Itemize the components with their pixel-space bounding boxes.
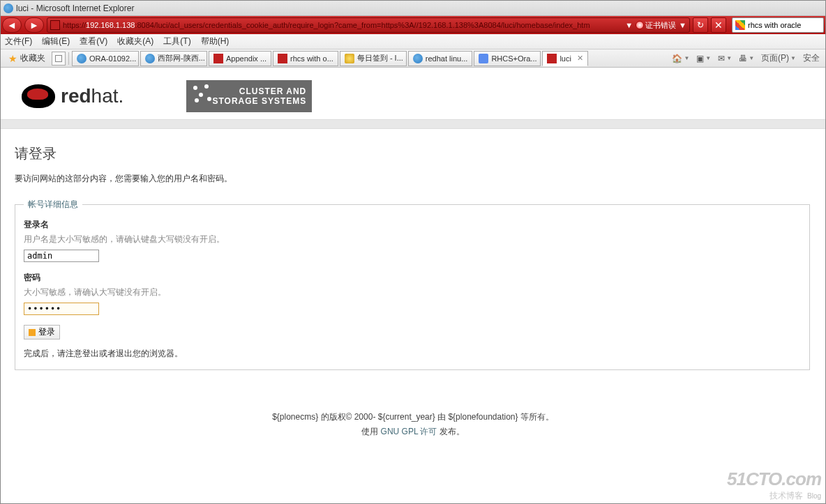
forward-button[interactable]: ► (24, 17, 44, 33)
ie-icon (77, 54, 87, 63)
cluster-line2: STORAGE SYSTEMS (212, 96, 306, 106)
favorites-pane-button[interactable] (52, 52, 66, 66)
back-button[interactable]: ◄ (2, 17, 22, 33)
fieldset-legend: 帐号详细信息 (24, 199, 82, 211)
page-menu-label: 页面(P) (761, 52, 789, 64)
page-menu[interactable]: 页面(P)▼ (758, 52, 799, 66)
tab-label: rhcs with o... (290, 54, 333, 63)
url-scheme: https:// (63, 21, 86, 29)
redhat-hat-icon (22, 84, 55, 108)
refresh-button[interactable]: ↻ (693, 17, 708, 33)
login-button-icon (29, 329, 36, 336)
menu-tools[interactable]: 工具(T) (163, 36, 190, 47)
redhat-wordmark: redhat. (61, 85, 123, 107)
browser-navbar: ◄ ► https:// 192.168.1.138 :8084/luci/ac… (1, 16, 825, 34)
cert-dropdown-icon[interactable]: ▼ (679, 21, 686, 29)
safety-menu[interactable]: 安全 (800, 52, 823, 66)
window-titlebar: luci - Microsoft Internet Explorer (1, 1, 825, 16)
print-button[interactable]: 🖶▼ (736, 52, 757, 66)
ie-icon (413, 54, 423, 63)
login-heading: 请登录 (15, 144, 811, 163)
password-input[interactable] (24, 303, 99, 315)
favorites-button[interactable]: ★ 收藏夹 (3, 52, 50, 66)
tab-rhcs[interactable]: rhcs with o... (273, 51, 338, 66)
paw-icon (479, 54, 488, 63)
header-divider (1, 119, 825, 129)
tab-rhcsora[interactable]: RHCS+Ora... (474, 51, 541, 66)
tab-label: luci (560, 54, 571, 63)
trophy-icon (345, 54, 354, 63)
address-dropdown-icon[interactable]: ▼ (625, 21, 633, 29)
tab-label: ORA-01092... (89, 54, 136, 63)
username-block: 登录名 用户名是大小写敏感的，请确认键盘大写锁没有开启。 (24, 219, 801, 262)
window-title: luci - Microsoft Internet Explorer (16, 3, 134, 13)
gpl-link[interactable]: GNU GPL 许可 (381, 427, 437, 436)
footer-license-pre: 使用 (361, 427, 380, 436)
url-host: 192.168.1.138 (86, 21, 135, 29)
search-box[interactable] (732, 17, 824, 33)
separator (68, 52, 69, 65)
favorites-bar: ★ 收藏夹 ORA-01092... 西部网-陕西... Appendix ..… (1, 49, 825, 68)
cert-error-icon (636, 21, 644, 29)
footer-copyright: ${plonecms} 的版权© 2000- ${current_year} 由… (1, 411, 825, 423)
page-footer: ${plonecms} 的版权© 2000- ${current_year} 由… (1, 411, 825, 438)
username-label: 登录名 (24, 219, 801, 231)
header-logo-row: redhat. CLUSTER AND STORAGE SYSTEMS (1, 68, 825, 112)
redhat-logo: redhat. (22, 80, 123, 112)
feeds-button[interactable]: ▣▼ (693, 52, 714, 66)
tab-daily[interactable]: 每日签到 - I... (340, 51, 407, 66)
search-input[interactable] (748, 21, 818, 29)
watermark-blog: Blog (807, 492, 821, 500)
footer-license-post: 发布。 (437, 427, 464, 436)
tab-luci[interactable]: luci✕ (542, 51, 588, 66)
watermark-sub: 技术博客 (769, 491, 803, 501)
favorites-label: 收藏夹 (20, 52, 45, 64)
stop-button[interactable]: ✕ (711, 17, 726, 33)
cert-error-label[interactable]: 证书错误 (645, 20, 676, 31)
tab-label: RHCS+Ora... (491, 54, 536, 63)
close-tab-icon[interactable]: ✕ (574, 54, 583, 63)
home-button[interactable]: 🏠▼ (669, 52, 692, 66)
password-help: 大小写敏感，请确认大写键没有开启。 (24, 287, 801, 298)
cluster-line1: CLUSTER AND (239, 86, 307, 96)
safety-menu-label: 安全 (803, 52, 820, 64)
username-input[interactable] (24, 250, 99, 262)
footer-license: 使用 GNU GPL 许可 发布。 (1, 426, 825, 438)
password-block: 密码 大小写敏感，请确认大写键没有开启。 (24, 272, 801, 315)
login-after-note: 完成后，请注意登出或者退出您的浏览器。 (24, 348, 801, 360)
menu-help[interactable]: 帮助(H) (201, 36, 230, 47)
redhat-icon (278, 54, 287, 63)
cluster-dots-icon (192, 84, 213, 105)
star-icon: ★ (8, 53, 17, 64)
cluster-systems-banner: CLUSTER AND STORAGE SYSTEMS (186, 80, 312, 112)
tab-west[interactable]: 西部网-陕西... (140, 51, 207, 66)
menu-bar: 文件(F) 编辑(E) 查看(V) 收藏夹(A) 工具(T) 帮助(H) (1, 34, 825, 49)
password-label: 密码 (24, 272, 801, 284)
watermark-brand: 51CTO.com (727, 468, 821, 490)
login-button[interactable]: 登录 (24, 325, 60, 339)
watermark: 51CTO.com 技术博客Blog (727, 468, 821, 502)
menu-favorites[interactable]: 收藏夹(A) (117, 36, 153, 47)
menu-file[interactable]: 文件(F) (5, 36, 32, 47)
tab-appendix[interactable]: Appendix ... (209, 51, 271, 66)
mail-button[interactable]: ✉▼ (715, 52, 735, 66)
redhat-icon (213, 54, 223, 63)
login-fieldset: 帐号详细信息 登录名 用户名是大小写敏感的，请确认键盘大写锁没有开启。 密码 大… (15, 199, 810, 370)
page-body: redhat. CLUSTER AND STORAGE SYSTEMS 请登录 … (1, 68, 825, 394)
tab-label: 西部网-陕西... (158, 53, 205, 63)
menu-edit[interactable]: 编辑(E) (42, 36, 70, 47)
url-path: :8084/luci/acl_users/credentials_cookie_… (135, 21, 590, 29)
login-content: 请登录 要访问网站的这部分内容，您需要输入您的用户名和密码。 帐号详细信息 登录… (1, 129, 825, 394)
tab-label: Appendix ... (226, 54, 266, 63)
username-help: 用户名是大小写敏感的，请确认键盘大写锁没有开启。 (24, 234, 801, 245)
ie-icon (145, 54, 155, 63)
address-bar[interactable]: https:// 192.168.1.138 :8084/luci/acl_us… (47, 17, 690, 33)
toolbar-right: 🏠▼ ▣▼ ✉▼ 🖶▼ 页面(P)▼ 安全 (669, 52, 823, 66)
tab-redhatlinux[interactable]: redhat linu... (408, 51, 473, 66)
tab-ora[interactable]: ORA-01092... (72, 51, 139, 66)
login-subtitle: 要访问网站的这部分内容，您需要输入您的用户名和密码。 (15, 173, 811, 185)
login-button-label: 登录 (38, 326, 55, 338)
tab-label: 每日签到 - I... (357, 53, 403, 63)
site-favicon (50, 20, 60, 30)
menu-view[interactable]: 查看(V) (80, 36, 107, 47)
